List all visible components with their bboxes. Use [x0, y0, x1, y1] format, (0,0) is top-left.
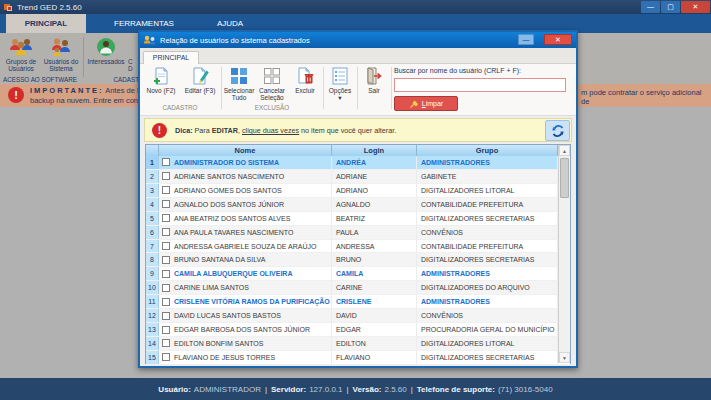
table-row[interactable]: 8 BRUNO SANTANA DA SILVA BRUNO DIGITALIZ…: [146, 253, 570, 267]
cell-nome[interactable]: ADRIANO GOMES DOS SANTOS: [159, 184, 332, 197]
row-checkbox[interactable]: [162, 256, 170, 264]
cell-grupo[interactable]: DIGITALIZADORES SECRETARIAS: [417, 212, 558, 225]
cell-grupo[interactable]: DIGITALIZADORES LITORAL: [417, 184, 558, 197]
refresh-button[interactable]: [545, 120, 570, 141]
ribbon-button-interessados[interactable]: Interessados: [84, 35, 128, 81]
cell-grupo[interactable]: DIGITALIZADORES LITORAL: [417, 337, 558, 350]
cell-nome[interactable]: CRISLENE VITÓRIA RAMOS DA PURIFICAÇÃO: [159, 295, 332, 308]
cell-nome[interactable]: ANA BEATRIZ DOS SANTOS ALVES: [159, 212, 332, 225]
ribbon-button-grupos-de-usuarios[interactable]: Grupos de Usuários: [1, 35, 41, 81]
table-row[interactable]: 14 EDILTON BONFIM SANTOS EDILTON DIGITAL…: [146, 337, 570, 351]
table-row[interactable]: 12 DAVID LUCAS SANTOS BASTOS DAVID CONVÊ…: [146, 309, 570, 323]
cell-login[interactable]: CRISLENE: [332, 295, 417, 308]
window-minimize-button[interactable]: —: [641, 1, 660, 13]
row-checkbox[interactable]: [162, 326, 170, 334]
cell-nome[interactable]: DAVID LUCAS SANTOS BASTOS: [159, 309, 332, 322]
cell-grupo[interactable]: DIGITALIZADORES SECRETARIAS: [417, 253, 558, 266]
row-checkbox[interactable]: [162, 214, 170, 222]
cell-login[interactable]: AGNALDO: [332, 198, 417, 211]
clear-button[interactable]: Limpar: [394, 96, 458, 111]
window-maximize-button[interactable]: ▢: [661, 1, 680, 13]
dialog-tab-principal[interactable]: PRINCIPAL: [143, 51, 199, 64]
cell-grupo[interactable]: CONVÊNIOS: [417, 309, 558, 322]
header-login[interactable]: Login: [332, 145, 417, 156]
row-checkbox[interactable]: [162, 158, 170, 166]
cell-nome[interactable]: FLAVIANO DE JESUS TORRES: [159, 351, 332, 364]
tip-link[interactable]: clique duas vezes: [242, 126, 299, 135]
row-checkbox[interactable]: [162, 270, 170, 278]
cell-nome[interactable]: EDGAR BARBOSA DOS SANTOS JÚNIOR: [159, 323, 332, 336]
table-row[interactable]: 2 ADRIANE SANTOS NASCIMENTO ADRIANE GABI…: [146, 170, 570, 184]
cell-grupo[interactable]: CONTABILIDADE PREFEITURA: [417, 198, 558, 211]
cell-login[interactable]: EDGAR: [332, 323, 417, 336]
table-row[interactable]: 10 CARINE LIMA SANTOS CARINE DIGITALIZAD…: [146, 281, 570, 295]
table-row[interactable]: 11 CRISLENE VITÓRIA RAMOS DA PURIFICAÇÃO…: [146, 295, 570, 309]
row-checkbox[interactable]: [162, 339, 170, 347]
delete-button[interactable]: Excluir: [289, 66, 321, 94]
exit-button[interactable]: Sair: [359, 66, 389, 94]
scroll-down-arrow[interactable]: ▼: [559, 352, 570, 363]
cell-grupo[interactable]: ADMINISTRADORES: [417, 295, 558, 308]
cell-login[interactable]: ADRIANE: [332, 170, 417, 183]
cell-nome[interactable]: ADRIANE SANTOS NASCIMENTO: [159, 170, 332, 183]
header-grupo[interactable]: Grupo: [417, 145, 558, 156]
cell-login[interactable]: ADRIANO: [332, 184, 417, 197]
cell-grupo[interactable]: PROCURADORIA GERAL DO MUNICÍPIO - R...: [417, 323, 558, 336]
cell-login[interactable]: PAULA: [332, 226, 417, 239]
search-input[interactable]: [394, 78, 566, 92]
menu-tab-principal[interactable]: PRINCIPAL: [6, 14, 86, 33]
table-row[interactable]: 15 FLAVIANO DE JESUS TORRES FLAVIANO DIG…: [146, 351, 570, 365]
cell-grupo[interactable]: ADMINISTRADORES: [417, 156, 558, 169]
row-checkbox[interactable]: [162, 298, 170, 306]
scroll-up-arrow[interactable]: ▲: [559, 145, 570, 156]
dialog-minimize-button[interactable]: —: [518, 34, 534, 45]
cancel-selection-button[interactable]: Cancelar Seleção: [255, 66, 289, 101]
options-button[interactable]: Opções ▾: [325, 66, 355, 101]
cell-login[interactable]: BRUNO: [332, 253, 417, 266]
table-row[interactable]: 3 ADRIANO GOMES DOS SANTOS ADRIANO DIGIT…: [146, 184, 570, 198]
row-checkbox[interactable]: [162, 284, 170, 292]
cell-login[interactable]: CARINE: [332, 281, 417, 294]
select-all-button[interactable]: Selecionar Tudo: [223, 66, 255, 101]
cell-login[interactable]: DAVID: [332, 309, 417, 322]
table-row[interactable]: 5 ANA BEATRIZ DOS SANTOS ALVES BEATRIZ D…: [146, 212, 570, 226]
row-checkbox[interactable]: [162, 200, 170, 208]
cell-nome[interactable]: ANDRESSA GABRIELE SOUZA DE ARAÚJO: [159, 240, 332, 253]
cell-grupo[interactable]: CONVÊNIOS: [417, 226, 558, 239]
cell-nome[interactable]: ADMINISTRADOR DO SISTEMA: [159, 156, 332, 169]
window-close-button[interactable]: ✕: [681, 1, 710, 13]
new-button[interactable]: Novo (F2): [141, 66, 181, 94]
dialog-close-button[interactable]: ✕: [544, 34, 572, 45]
table-row[interactable]: 1 ADMINISTRADOR DO SISTEMA ANDRÉA ADMINI…: [146, 156, 570, 170]
row-checkbox[interactable]: [162, 186, 170, 194]
table-row[interactable]: 9 CAMILA ALBUQUERQUE OLIVEIRA CAMILA ADM…: [146, 267, 570, 281]
cell-login[interactable]: FLAVIANO: [332, 351, 417, 364]
table-row[interactable]: 4 AGNALDO DOS SANTOS JÚNIOR AGNALDO CONT…: [146, 198, 570, 212]
cell-login[interactable]: CAMILA: [332, 267, 417, 280]
scroll-thumb[interactable]: [560, 158, 569, 198]
cell-grupo[interactable]: ADMINISTRADORES: [417, 267, 558, 280]
cell-login[interactable]: ANDRESSA: [332, 240, 417, 253]
cell-login[interactable]: ANDRÉA: [332, 156, 417, 169]
cell-nome[interactable]: CARINE LIMA SANTOS: [159, 281, 332, 294]
cell-nome[interactable]: ANA PAULA TAVARES NASCIMENTO: [159, 226, 332, 239]
ribbon-button-usuarios-do-sistema[interactable]: Usuários do Sistema: [41, 35, 81, 81]
cell-login[interactable]: EDILTON: [332, 337, 417, 350]
row-checkbox[interactable]: [162, 228, 170, 236]
row-checkbox[interactable]: [162, 312, 170, 320]
cell-grupo[interactable]: DIGITALIZADORES DO ARQUIVO: [417, 281, 558, 294]
cell-nome[interactable]: BRUNO SANTANA DA SILVA: [159, 253, 332, 266]
row-checkbox[interactable]: [162, 353, 170, 361]
table-row[interactable]: 7 ANDRESSA GABRIELE SOUZA DE ARAÚJO ANDR…: [146, 240, 570, 254]
row-checkbox[interactable]: [162, 242, 170, 250]
cell-nome[interactable]: EDILTON BONFIM SANTOS: [159, 337, 332, 350]
row-checkbox[interactable]: [162, 172, 170, 180]
cell-nome[interactable]: AGNALDO DOS SANTOS JÚNIOR: [159, 198, 332, 211]
header-nome[interactable]: Nome: [159, 145, 332, 156]
cell-grupo[interactable]: DIGITALIZADORES SECRETARIAS: [417, 351, 558, 364]
cell-login[interactable]: BEATRIZ: [332, 212, 417, 225]
cell-nome[interactable]: CAMILA ALBUQUERQUE OLIVEIRA: [159, 267, 332, 280]
cell-grupo[interactable]: GABINETE: [417, 170, 558, 183]
edit-button[interactable]: Editar (F3): [181, 66, 219, 94]
table-row[interactable]: 13 EDGAR BARBOSA DOS SANTOS JÚNIOR EDGAR…: [146, 323, 570, 337]
